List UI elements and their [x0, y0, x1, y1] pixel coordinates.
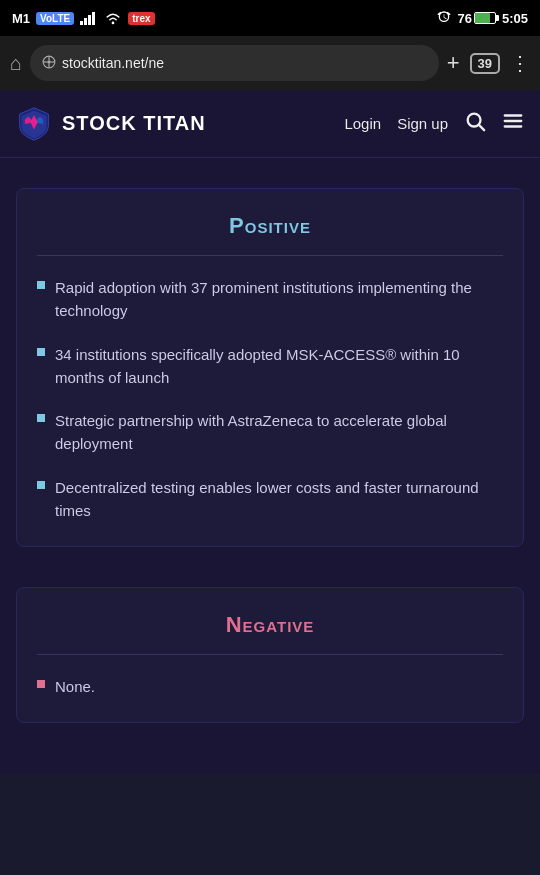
bullet-text: Decentralized testing enables lower cost…	[55, 476, 503, 523]
bullet-text: None.	[55, 675, 95, 698]
bullet-icon	[37, 481, 45, 489]
bottom-space	[0, 753, 540, 773]
svg-line-12	[479, 125, 484, 130]
negative-card: Negative None.	[16, 587, 524, 723]
svg-rect-2	[88, 15, 91, 25]
section-gap	[0, 547, 540, 587]
negative-divider	[37, 654, 503, 655]
signup-button[interactable]: Sign up	[397, 115, 448, 132]
hamburger-menu-button[interactable]	[502, 110, 524, 137]
signal-icon	[80, 11, 98, 25]
list-item: Strategic partnership with AstraZeneca t…	[37, 409, 503, 456]
trex-badge: trex	[128, 12, 154, 25]
browser-menu-button[interactable]: ⋮	[510, 51, 530, 75]
positive-section-title: Positive	[37, 213, 503, 239]
logo-container: STOCK TITAN	[16, 106, 344, 142]
content-area: Positive Rapid adoption with 37 prominen…	[0, 158, 540, 773]
home-button[interactable]: ⌂	[10, 52, 22, 75]
svg-point-6	[47, 60, 51, 64]
bullet-text: Rapid adoption with 37 prominent institu…	[55, 276, 503, 323]
logo-icon	[16, 106, 52, 142]
battery-level: 76	[458, 11, 472, 26]
alarm-icon	[436, 10, 452, 26]
positive-bullet-list: Rapid adoption with 37 prominent institu…	[37, 276, 503, 522]
svg-point-4	[112, 22, 115, 25]
bullet-icon	[37, 281, 45, 289]
positive-card: Positive Rapid adoption with 37 prominen…	[16, 188, 524, 547]
url-bar[interactable]: stocktitan.net/ne	[30, 45, 439, 81]
wifi-icon	[104, 11, 122, 25]
battery-icon	[474, 12, 496, 24]
logo-text: STOCK TITAN	[62, 112, 206, 135]
url-text: stocktitan.net/ne	[62, 55, 427, 71]
bullet-text: Strategic partnership with AstraZeneca t…	[55, 409, 503, 456]
negative-section-title: Negative	[37, 612, 503, 638]
url-security-icon	[42, 55, 56, 72]
status-right: 76 5:05	[436, 10, 529, 26]
list-item: None.	[37, 675, 503, 698]
status-left: M1 VoLTE trex	[12, 11, 155, 26]
header-nav: Login Sign up	[344, 110, 524, 137]
svg-rect-0	[80, 21, 83, 25]
status-bar: M1 VoLTE trex 76 5:05	[0, 0, 540, 36]
new-tab-button[interactable]: +	[447, 50, 460, 76]
list-item: 34 institutions specifically adopted MSK…	[37, 343, 503, 390]
list-item: Decentralized testing enables lower cost…	[37, 476, 503, 523]
login-button[interactable]: Login	[344, 115, 381, 132]
negative-section: Negative None.	[37, 612, 503, 698]
bullet-icon	[37, 348, 45, 356]
negative-bullet-list: None.	[37, 675, 503, 698]
positive-divider	[37, 255, 503, 256]
carrier-label: M1	[12, 11, 30, 26]
volte-badge: VoLTE	[36, 12, 74, 25]
svg-rect-3	[92, 12, 95, 25]
tab-count-badge[interactable]: 39	[470, 53, 500, 74]
bullet-icon	[37, 680, 45, 688]
list-item: Rapid adoption with 37 prominent institu…	[37, 276, 503, 323]
svg-rect-1	[84, 18, 87, 25]
bullet-icon	[37, 414, 45, 422]
browser-actions: + 39 ⋮	[447, 50, 530, 76]
time-display: 5:05	[502, 11, 528, 26]
positive-section: Positive Rapid adoption with 37 prominen…	[37, 213, 503, 522]
app-header: STOCK TITAN Login Sign up	[0, 90, 540, 158]
battery-container: 76	[458, 11, 496, 26]
browser-bar: ⌂ stocktitan.net/ne + 39 ⋮	[0, 36, 540, 90]
top-spacer	[0, 158, 540, 188]
bullet-text: 34 institutions specifically adopted MSK…	[55, 343, 503, 390]
search-button[interactable]	[464, 110, 486, 137]
